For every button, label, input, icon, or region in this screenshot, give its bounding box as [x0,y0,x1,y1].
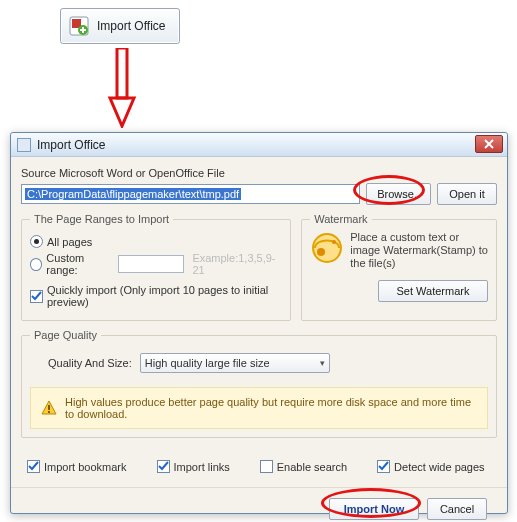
detect-wide-label: Detect wide pages [394,461,485,473]
quick-import-checkbox[interactable] [30,290,43,303]
quality-hint: High values produce better page quality … [30,387,488,429]
watermark-icon [310,231,344,265]
enable-search-label: Enable search [277,461,347,473]
chevron-down-icon: ▾ [320,358,325,368]
custom-range-example: Example:1,3,5,9-21 [192,252,282,276]
set-watermark-button[interactable]: Set Watermark [378,280,488,302]
all-pages-radio[interactable] [30,235,43,248]
source-file-value: C:\ProgramData\flippagemaker\text\tmp.pd… [25,188,241,200]
import-office-icon [69,16,89,36]
titlebar: Import Office [11,133,507,157]
cancel-button[interactable]: Cancel [427,498,487,520]
svg-point-11 [332,240,336,244]
svg-rect-13 [48,405,50,410]
import-links-label: Import links [174,461,230,473]
svg-rect-5 [117,48,127,98]
dialog-title: Import Office [37,138,105,152]
detect-wide-checkbox[interactable] [377,460,390,473]
browse-button[interactable]: Browse.. [366,183,431,205]
source-file-label: Source Microsoft Word or OpenOffice File [21,167,497,179]
app-icon [17,138,31,152]
arrow-indicator [107,48,137,128]
import-office-dialog: Import Office Source Microsoft Word or O… [10,132,508,514]
source-file-input[interactable]: C:\ProgramData\flippagemaker\text\tmp.pd… [21,184,360,204]
import-links-checkbox[interactable] [157,460,170,473]
custom-range-input[interactable] [118,255,184,273]
quality-selected-value: High quality large file size [145,357,270,369]
watermark-legend: Watermark [310,213,371,225]
page-ranges-group: The Page Ranges to Import All pages Cust… [21,213,291,321]
custom-range-radio[interactable] [30,258,42,271]
custom-range-label: Custom range: [46,252,114,276]
svg-rect-14 [48,411,50,413]
warning-icon [41,400,57,416]
import-now-button[interactable]: Import Now [329,498,419,520]
svg-point-10 [317,248,325,256]
quality-label: Quality And Size: [48,357,132,369]
page-quality-group: Page Quality Quality And Size: High qual… [21,329,497,438]
page-quality-legend: Page Quality [30,329,101,341]
quick-import-label: Quickly import (Only import 10 pages to … [47,284,282,308]
toolbar-import-office-button[interactable]: Import Office [60,8,180,44]
enable-search-checkbox[interactable] [260,460,273,473]
svg-point-9 [313,234,341,262]
svg-rect-4 [80,29,86,31]
watermark-desc: Place a custom text or image Watermark(S… [350,231,488,270]
toolbar-import-office-label: Import Office [97,19,165,33]
quality-select[interactable]: High quality large file size ▾ [140,353,330,373]
watermark-group: Watermark Place a custom text or image W… [301,213,497,321]
all-pages-label: All pages [47,236,92,248]
open-it-button[interactable]: Open it [437,183,497,205]
svg-marker-6 [110,98,134,126]
quality-hint-text: High values produce better page quality … [65,396,477,420]
close-button[interactable] [475,135,503,153]
page-ranges-legend: The Page Ranges to Import [30,213,173,225]
import-bookmark-checkbox[interactable] [27,460,40,473]
close-icon [483,139,495,149]
import-bookmark-label: Import bookmark [44,461,127,473]
